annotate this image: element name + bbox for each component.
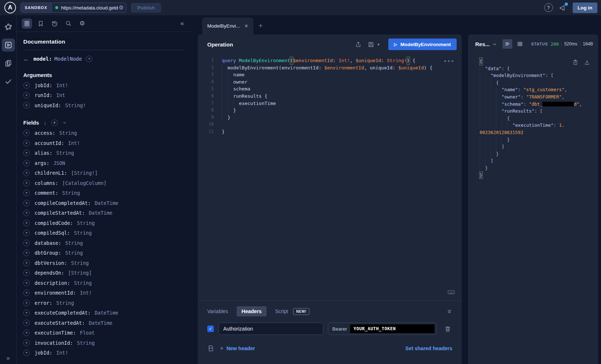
field-type[interactable]: [String!] <box>71 170 97 176</box>
explorer-nav-button[interactable] <box>2 39 15 52</box>
field-item[interactable]: +executeStartedAt:DateTime <box>23 318 184 328</box>
field-item[interactable]: +dbtVersion:String <box>23 258 184 268</box>
add-field-icon[interactable]: + <box>23 290 30 296</box>
header-value-field[interactable]: Bearer YOUR_AUTH_TOKEN <box>328 323 437 335</box>
history-tab-button[interactable] <box>49 19 60 29</box>
response-dropdown-chevron[interactable] <box>492 42 497 46</box>
operation-tab[interactable]: ModelByEnvi... ✕ <box>202 17 253 35</box>
response-title[interactable]: Res... <box>475 41 490 47</box>
settings-tab-button[interactable]: ⚙ <box>77 19 87 29</box>
field-type[interactable]: Int! <box>68 140 80 146</box>
field-item[interactable]: +alias:String <box>23 148 184 158</box>
share-operation-button[interactable] <box>355 41 362 48</box>
add-field-icon[interactable]: + <box>23 300 30 306</box>
field-type[interactable]: DateTime <box>95 200 118 206</box>
field-item[interactable]: +columns:[CatalogColumn] <box>23 178 184 188</box>
add-field-icon[interactable]: + <box>23 200 30 206</box>
search-tab-button[interactable] <box>63 19 73 29</box>
field-type[interactable]: Float <box>80 330 95 336</box>
documentation-tab-button[interactable] <box>22 19 32 29</box>
add-field-icon[interactable]: + <box>23 260 30 266</box>
apollo-logo[interactable]: A <box>4 2 16 13</box>
copy-icon[interactable] <box>572 59 578 65</box>
field-item[interactable]: +childrenL1:[String!] <box>23 168 184 178</box>
collapse-docs-button[interactable]: « <box>180 20 184 27</box>
add-field-icon[interactable]: + <box>23 230 30 236</box>
field-type[interactable]: String <box>56 150 74 156</box>
add-field-icon[interactable]: + <box>23 340 30 346</box>
field-item[interactable]: +comment:String <box>23 188 184 198</box>
sandbox-nav-button[interactable] <box>2 57 15 70</box>
publish-button[interactable]: Publish <box>131 3 161 13</box>
response-body[interactable]: {"data": {"modelByEnvironment": [{"name"… <box>468 53 598 364</box>
field-item[interactable]: +uniqueId:String! <box>23 100 184 110</box>
set-shared-headers-link[interactable]: Set shared headers <box>405 345 452 351</box>
close-tab-icon[interactable]: ✕ <box>244 23 248 29</box>
field-type[interactable]: String <box>77 340 95 346</box>
add-field-icon[interactable]: + <box>23 130 30 136</box>
field-type[interactable]: DateTime <box>89 320 112 326</box>
add-field-icon[interactable]: + <box>23 270 30 276</box>
add-field-icon[interactable]: + <box>23 190 30 196</box>
chevron-down-icon[interactable] <box>63 121 67 125</box>
header-enabled-checkbox[interactable]: ✓ <box>207 325 214 332</box>
add-field-icon[interactable]: + <box>23 349 30 356</box>
query-editor[interactable]: 1query ModelByEnvironment($environmentId… <box>198 54 462 300</box>
field-type[interactable]: DateTime <box>95 310 118 316</box>
breadcrumb-type[interactable]: ModelNode <box>55 56 82 62</box>
new-tab-button[interactable]: + <box>259 22 263 30</box>
tab-headers[interactable]: Headers <box>237 306 266 316</box>
back-arrow-icon[interactable]: ← <box>23 56 29 62</box>
field-item[interactable]: +dbtGroup:String <box>23 248 184 258</box>
field-type[interactable]: String <box>59 130 77 136</box>
login-button[interactable]: Log in <box>573 3 598 13</box>
field-item[interactable]: +runId:Int <box>23 90 184 101</box>
add-field-icon[interactable]: + <box>23 310 30 316</box>
add-field-icon[interactable]: + <box>23 210 30 216</box>
add-field-icon[interactable]: + <box>23 240 30 246</box>
field-item[interactable]: +error:String <box>23 298 184 308</box>
field-item[interactable]: +compileStartedAt:DateTime <box>23 208 184 218</box>
field-type[interactable]: String <box>65 240 83 246</box>
add-field-icon[interactable]: + <box>23 250 30 256</box>
schema-graph-nav-button[interactable] <box>2 20 15 33</box>
field-type[interactable]: String <box>56 300 74 306</box>
field-type[interactable]: String <box>65 250 83 256</box>
add-field-icon[interactable]: + <box>23 220 30 226</box>
field-type[interactable]: Int! <box>56 350 68 356</box>
endpoint-control[interactable]: SANDBOX https://metadata.cloud.getd ⚙ <box>20 3 127 13</box>
add-field-icon[interactable]: + <box>23 320 30 326</box>
delete-header-button[interactable] <box>444 325 451 332</box>
field-item[interactable]: +description:String <box>23 278 184 288</box>
tab-variables[interactable]: Variables <box>207 308 228 314</box>
field-type[interactable]: String <box>74 230 92 236</box>
expand-rail-button[interactable]: » <box>7 355 10 362</box>
field-item[interactable]: +access:String <box>23 128 184 138</box>
field-item[interactable]: +args:JSON <box>23 158 184 168</box>
field-item[interactable]: +dependsOn:[String] <box>23 268 184 278</box>
field-type[interactable]: Int! <box>80 290 92 296</box>
field-item[interactable]: +compileCompletedAt:DateTime <box>23 198 184 208</box>
sort-fields-icon[interactable]: ↓ <box>44 120 47 126</box>
field-type[interactable]: String! <box>65 102 86 108</box>
help-icon[interactable]: ? <box>544 3 553 12</box>
save-operation-button[interactable] <box>368 41 374 48</box>
download-icon[interactable] <box>584 59 590 65</box>
field-type[interactable]: String <box>62 190 80 196</box>
field-item[interactable]: +jobId:Int! <box>23 348 184 358</box>
field-type[interactable]: [String] <box>68 270 92 276</box>
collapse-panel-button[interactable] <box>446 308 452 314</box>
add-field-icon[interactable]: + <box>23 150 30 156</box>
add-field-icon[interactable]: + <box>23 140 30 146</box>
field-type[interactable]: Int <box>56 92 65 98</box>
add-type-icon[interactable]: + <box>86 56 92 62</box>
field-item[interactable]: +executionTime:Float <box>23 328 184 338</box>
field-item[interactable]: +jobId:Int! <box>23 80 184 90</box>
add-field-icon[interactable]: + <box>23 82 30 89</box>
field-type[interactable]: JSON <box>53 160 65 166</box>
field-item[interactable]: +database:String <box>23 238 184 248</box>
field-item[interactable]: +invocationId:String <box>23 338 184 348</box>
field-item[interactable]: +compiledSql:String <box>23 228 184 238</box>
tab-script[interactable]: Script <box>275 308 288 314</box>
endpoint-settings-icon[interactable]: ⚙ <box>119 4 124 11</box>
